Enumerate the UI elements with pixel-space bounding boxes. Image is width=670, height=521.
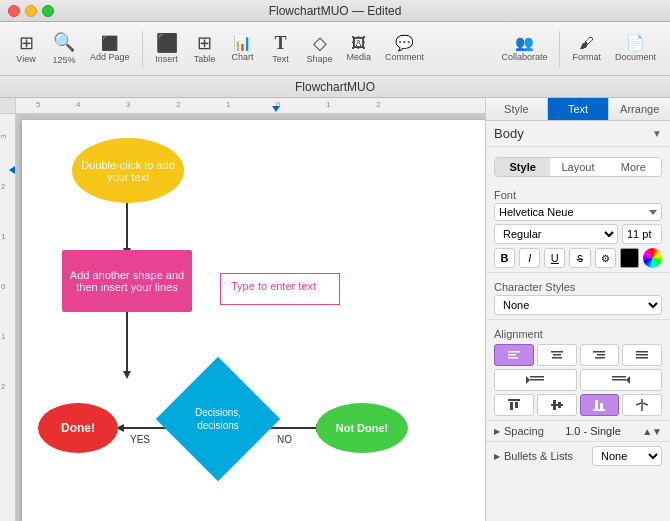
tab-arrange[interactable]: Arrange [609, 98, 670, 120]
italic-button[interactable]: I [519, 248, 540, 268]
fullscreen-button[interactable] [42, 5, 54, 17]
valign-distribute-button[interactable] [622, 394, 662, 416]
shape-icon: ◇ [313, 34, 327, 52]
shape-text-box[interactable]: Type to enter text [220, 273, 340, 305]
svg-rect-10 [508, 357, 518, 359]
toolbar-text[interactable]: T Text [263, 32, 299, 66]
view-label: View [16, 54, 35, 64]
document-title: FlowchartMUO [295, 80, 375, 94]
traffic-lights [8, 5, 54, 17]
table-icon: ⊞ [197, 34, 212, 52]
toolbar-view[interactable]: ⊞ View [8, 32, 44, 66]
vruler-tick-3: 3 [0, 134, 8, 138]
close-button[interactable] [8, 5, 20, 17]
shape-green-ellipse[interactable]: Not Done! [316, 403, 408, 453]
vertical-ruler: 3 2 1 0 1 2 [0, 114, 16, 521]
svg-rect-32 [593, 409, 605, 411]
alignment-grid [494, 344, 662, 416]
toolbar-shape[interactable]: ◇ Shape [301, 32, 339, 66]
minimize-button[interactable] [25, 5, 37, 17]
shape-blue-diamond[interactable] [156, 357, 280, 481]
underline-button[interactable]: U [544, 248, 565, 268]
canvas-background[interactable]: Double-click to add your text Add anothe… [16, 114, 485, 521]
indent-right-button[interactable] [580, 369, 663, 391]
shape-red-ellipse[interactable]: Done! [38, 403, 118, 453]
valign-top-button[interactable] [494, 394, 534, 416]
color-wheel[interactable] [643, 248, 662, 268]
collaborate-icon: 👥 [515, 35, 534, 50]
spacing-row[interactable]: ▶ Spacing 1.0 - Single ▲▼ [486, 421, 670, 441]
svg-rect-15 [597, 354, 605, 356]
tab-text[interactable]: Text [548, 98, 610, 120]
toolbar-addpage[interactable]: ⬛ Add Page [84, 34, 136, 64]
font-family-select[interactable]: Helvetica Neue [494, 203, 662, 221]
style-tab-more[interactable]: More [606, 158, 661, 176]
bold-button[interactable]: B [494, 248, 515, 268]
zoom-icon: 🔍 [53, 33, 75, 51]
toolbar-media[interactable]: 🖼 Media [341, 33, 378, 64]
svg-rect-13 [552, 357, 562, 359]
vruler-tick-0: 0 [1, 282, 5, 291]
svg-rect-23 [612, 376, 626, 378]
shape-pink-rect[interactable]: Add another shape and then insert your l… [62, 250, 192, 312]
font-style-select[interactable]: Regular [494, 224, 618, 244]
font-color-swatch[interactable] [620, 248, 639, 268]
shape-yellow-ellipse[interactable]: Double-click to add your text [72, 138, 184, 203]
comment-icon: 💬 [395, 35, 414, 50]
text-label: Text [272, 54, 289, 64]
svg-rect-28 [515, 402, 518, 408]
align-justify-button[interactable] [622, 344, 662, 366]
toolbar-format[interactable]: 🖌 Format [566, 33, 607, 64]
indent-left-button[interactable] [494, 369, 577, 391]
svg-line-36 [636, 403, 641, 405]
toolbar-document[interactable]: 📄 Document [609, 33, 662, 64]
toolbar-zoom[interactable]: 🔍 125% [46, 31, 82, 67]
toolbar-table[interactable]: ⊞ Table [187, 32, 223, 66]
ruler-tick-5: 5 [36, 100, 40, 109]
divider-1 [142, 31, 143, 67]
bullets-row[interactable]: ▶ Bullets & Lists None [486, 442, 670, 470]
align-right-button[interactable] [580, 344, 620, 366]
font-style-row: Regular [494, 224, 662, 244]
char-styles-select[interactable]: None [494, 295, 662, 315]
canvas-area: 5 4 3 2 1 0 1 2 3 2 1 0 1 2 [0, 98, 485, 521]
valign-bottom-button[interactable] [580, 394, 620, 416]
font-size-input[interactable] [622, 224, 662, 244]
toolbar-insert[interactable]: ⬛ Insert [149, 32, 185, 66]
toolbar-chart[interactable]: 📊 Chart [225, 33, 261, 64]
svg-rect-21 [530, 379, 544, 381]
gear-button[interactable]: ⚙ [595, 248, 616, 268]
titlebar: FlowchartMUO — Edited [0, 0, 670, 22]
tab-style[interactable]: Style [486, 98, 548, 120]
collaborate-label: Collaborate [501, 52, 547, 62]
document-label: Document [615, 52, 656, 62]
horizontal-ruler: 5 4 3 2 1 0 1 2 [16, 98, 485, 114]
style-tab-layout[interactable]: Layout [550, 158, 605, 176]
spacing-label-row: ▶ Spacing [494, 425, 544, 437]
toolbar: ⊞ View 🔍 125% ⬛ Add Page ⬛ Insert ⊞ Tabl… [0, 22, 670, 76]
label-no: NO [277, 434, 292, 445]
strikethrough-button[interactable]: S̶ [569, 248, 590, 268]
svg-rect-19 [636, 357, 648, 359]
text-icon: T [275, 34, 287, 52]
style-layout-tabs: Style Layout More [494, 157, 662, 177]
bullets-select[interactable]: None [592, 446, 662, 466]
align-center-button[interactable] [537, 344, 577, 366]
toolbar-collaborate[interactable]: 👥 Collaborate [495, 33, 553, 64]
panel-tabs: Style Text Arrange [486, 98, 670, 121]
svg-marker-22 [526, 376, 530, 384]
document-title-bar: FlowchartMUO [0, 76, 670, 98]
body-dropdown[interactable]: Body ▼ [494, 126, 662, 141]
format-icon: 🖌 [579, 35, 594, 50]
valign-middle-button[interactable] [537, 394, 577, 416]
style-tab-style[interactable]: Style [495, 158, 550, 176]
svg-marker-3 [123, 371, 131, 379]
align-left-button[interactable] [494, 344, 534, 366]
vruler-tick-1b: 1 [1, 332, 5, 341]
ruler-tick-4: 4 [76, 100, 80, 109]
spacing-section: ▶ Spacing 1.0 - Single ▲▼ [486, 420, 670, 441]
spacing-triangle: ▶ [494, 427, 500, 436]
vruler-tick-2: 2 [1, 182, 5, 191]
toolbar-comment[interactable]: 💬 Comment [379, 33, 430, 64]
canvas-page[interactable]: Double-click to add your text Add anothe… [22, 120, 485, 521]
